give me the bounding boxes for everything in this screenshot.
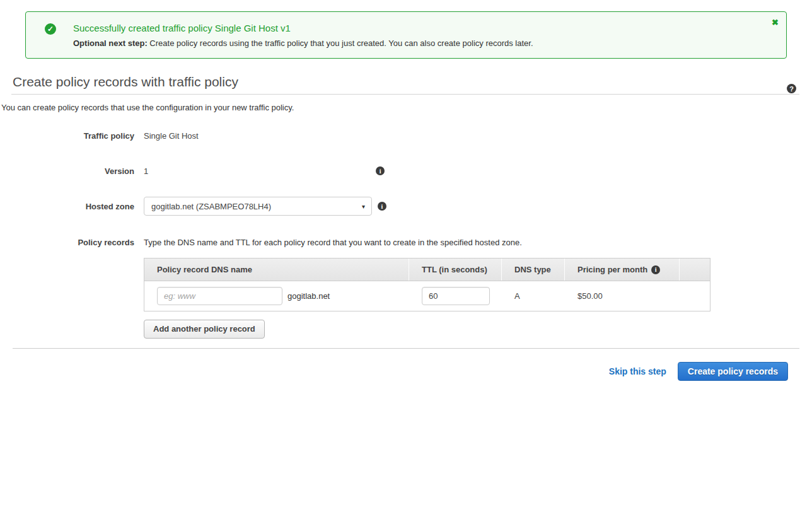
footer-divider	[13, 348, 799, 349]
close-icon[interactable]: ✖	[772, 18, 779, 26]
pricing-cell: $50.00	[565, 291, 680, 301]
version-label: Version	[0, 166, 134, 176]
title-divider	[11, 94, 799, 95]
header-dns-name: Policy record DNS name	[144, 259, 409, 281]
create-policy-records-button[interactable]: Create policy records	[678, 362, 788, 381]
version-info-icon[interactable]: i	[376, 166, 385, 175]
hosted-zone-select[interactable]: gogitlab.net (ZSABMPEO78LH4) ▾	[144, 197, 372, 216]
policy-records-label: Policy records	[0, 238, 134, 339]
skip-step-link[interactable]: Skip this step	[609, 366, 666, 376]
version-row: Version 1 i	[0, 166, 812, 176]
ttl-cell	[409, 287, 502, 305]
add-policy-record-button[interactable]: Add another policy record	[144, 320, 265, 339]
page-description: You can create policy records that use t…	[1, 103, 812, 112]
policy-records-content: Type the DNS name and TTL for each polic…	[144, 238, 710, 339]
banner-text: Successfully created traffic policy Sing…	[73, 23, 533, 48]
banner-title: Successfully created traffic policy Sing…	[73, 23, 533, 33]
hosted-zone-row: Hosted zone gogitlab.net (ZSABMPEO78LH4)…	[0, 197, 812, 216]
chevron-down-icon: ▾	[362, 203, 365, 210]
header-ttl: TTL (in seconds)	[409, 259, 502, 281]
header-pricing-label: Pricing per month	[577, 265, 647, 274]
traffic-policy-label: Traffic policy	[0, 131, 134, 141]
table-row: gogitlab.net A $50.00	[144, 281, 710, 311]
header-empty	[680, 259, 710, 281]
traffic-policy-value: Single Git Host	[144, 131, 199, 141]
success-banner: ✓ Successfully created traffic policy Si…	[25, 11, 787, 59]
hosted-zone-info-icon[interactable]: i	[378, 202, 386, 211]
help-icon[interactable]: ?	[787, 84, 796, 93]
success-check-icon: ✓	[45, 23, 56, 35]
policy-records-table: Policy record DNS name TTL (in seconds) …	[144, 258, 710, 311]
policy-records-row: Policy records Type the DNS name and TTL…	[0, 238, 812, 339]
footer-actions: Skip this step Create policy records	[0, 362, 788, 381]
dns-type-cell: A	[502, 291, 565, 301]
ttl-input[interactable]	[422, 287, 490, 305]
policy-records-form: Traffic policy Single Git Host Version 1…	[0, 131, 812, 339]
header-dns-type: DNS type	[502, 259, 565, 281]
dns-name-cell: gogitlab.net	[144, 287, 409, 305]
banner-next-step-label: Optional next step:	[73, 38, 148, 48]
banner-subtitle: Optional next step: Create policy record…	[73, 38, 533, 48]
traffic-policy-row: Traffic policy Single Git Host	[0, 131, 812, 141]
version-value: 1	[144, 166, 148, 176]
dns-name-input[interactable]	[157, 287, 282, 305]
pricing-info-icon[interactable]: i	[651, 265, 660, 274]
dns-suffix: gogitlab.net	[287, 291, 330, 301]
page-title: Create policy records with traffic polic…	[13, 74, 812, 90]
header-pricing: Pricing per month i	[565, 259, 680, 281]
policy-records-description: Type the DNS name and TTL for each polic…	[144, 238, 710, 247]
hosted-zone-label: Hosted zone	[0, 202, 134, 211]
hosted-zone-selected-value: gogitlab.net (ZSABMPEO78LH4)	[151, 202, 271, 211]
table-header-row: Policy record DNS name TTL (in seconds) …	[144, 259, 710, 281]
page-header: Create policy records with traffic polic…	[0, 74, 812, 112]
banner-next-step-text: Create policy records using the traffic …	[148, 38, 533, 48]
